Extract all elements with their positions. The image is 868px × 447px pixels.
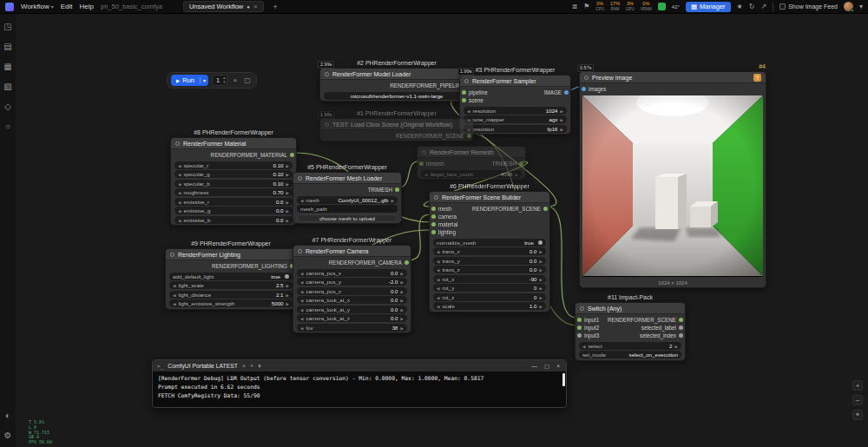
node-renderformer-lighting[interactable]: #9 PHRenderFormerWrapper RenderFormer Li… [165,248,297,310]
sidebar-gallery-icon[interactable]: ○ [5,122,10,131]
batch-count-stepper[interactable]: 1 ▴▾ [212,75,227,86]
widget-rot-y[interactable]: rot_y0 [433,284,546,292]
tab-close-icon[interactable]: × [253,3,258,10]
zoom-in-button[interactable]: + [852,380,863,391]
history-icon[interactable]: ↻ [749,3,755,10]
manager-button[interactable]: ▦Manager [686,2,731,12]
widget-tone-mapper[interactable]: tone_mapperagx [464,115,567,123]
widget-light-distance[interactable]: light_distance2.1 [169,291,293,299]
input-dot[interactable] [419,161,424,166]
output-slot-trimesh[interactable]: TRIMESH [492,161,523,167]
tab-unsaved-workflow[interactable]: Unsaved Workflow ● × [183,1,264,12]
output-dot[interactable] [543,207,548,211]
widget-trans-x[interactable]: trans_x0.0 [433,247,546,255]
output-dot[interactable] [395,187,399,192]
widget-light-emissive-strength[interactable]: light_emissive_strength5000 [169,299,293,307]
collapse-icon[interactable] [298,249,302,253]
user-avatar[interactable] [844,2,853,11]
output-slot-image[interactable]: IMAGE [544,89,569,95]
node-preview-image[interactable]: #4 0.57s Preview Image? images [579,71,766,288]
widget-camera-look-at-z[interactable]: camera_look_at_z0.0 [297,314,407,322]
terminal-titlebar[interactable]: >_ ComfyUI Portable LATEST × + ▾ — ▢ × [153,360,566,371]
node-header[interactable]: RenderFormer Mesh Loader [293,173,401,184]
widget-model-combo[interactable]: microsoft/renderformer-v1.1-swin-large [324,92,470,100]
input-slot-mesh[interactable]: mesh [431,206,451,212]
collapse-icon[interactable] [434,195,438,200]
output-dot[interactable] [679,325,683,330]
new-tab-button[interactable]: + [271,3,280,11]
widget-fov[interactable]: fov38 [297,324,407,332]
window-minimize-icon[interactable]: — [532,363,538,370]
window-close-icon[interactable]: × [556,363,560,370]
widget-camera-pos-z[interactable]: camera_pos_z0.0 [297,287,407,295]
widget-scale[interactable]: scale1.0 [433,302,546,310]
checkbox-icon[interactable] [779,3,786,10]
input-slot-scene[interactable]: scene [462,97,483,103]
widget-normalize-mesh[interactable]: normalize_meshtrue [433,239,546,247]
input-dot[interactable] [462,98,466,102]
terminal-window[interactable]: >_ ComfyUI Portable LATEST × + ▾ — ▢ × [… [152,359,567,408]
output-slot-trimesh[interactable]: TRIMESH [368,187,399,193]
output-slot-scene[interactable]: RENDERFORMER_SCENE [608,317,683,323]
collapse-icon[interactable] [325,122,329,127]
widget-add-default-light[interactable]: add_default_lighttrue [169,273,293,280]
output-dot[interactable] [519,161,523,166]
output-slot-scene[interactable]: RENDERFORMER_SCENE [472,206,548,212]
widget-specular-r[interactable]: specular_r0.10 [174,161,293,169]
widget-mesh-combo[interactable]: meshComfyUI_00012_.glb [297,196,398,204]
widget-camera-look-at-y[interactable]: camera_look_at_y0.0 [297,306,407,313]
sidebar-node-templates-icon[interactable]: ▤ [3,43,11,51]
queue-icon[interactable]: ≣ [572,3,578,10]
terminal-new-tab-icon[interactable]: + [250,363,253,369]
node-renderformer-sampler[interactable]: #3 PHRenderFormerWrapper 1.99s RenderFor… [459,75,571,135]
node-switch-any[interactable]: #11 Impact-Pack Switch (Any) input1 REND… [575,302,686,361]
cancel-run-button[interactable]: × [231,76,239,84]
widget-light-scale[interactable]: light_scale2.5 [169,281,293,289]
widget-camera-pos-y[interactable]: camera_pos_y-2.0 [297,278,407,286]
show-image-feed-toggle[interactable]: Show Image Feed [779,3,838,10]
input-dot[interactable] [431,214,436,219]
widget-resolution[interactable]: resolution1024 [464,107,567,115]
terminal-tab-close-icon[interactable]: × [242,363,246,369]
output-slot-selected-index[interactable]: selected_index [640,332,683,339]
collapse-icon[interactable] [170,253,174,257]
input-slot-images[interactable]: images [582,86,606,92]
choose-mesh-upload-button[interactable]: choose mesh to upload [297,214,398,222]
settings-gear-icon[interactable]: ⚙ [4,431,12,440]
share-icon[interactable]: ↗ [760,3,766,10]
collapse-icon[interactable] [298,176,302,181]
widget-emissive-g[interactable]: emissive_g0.0 [174,207,293,214]
node-renderformer-camera[interactable]: #7 PHRenderFormerWrapper RenderFormer Ca… [293,245,411,333]
input-slot-camera[interactable]: camera [431,214,457,220]
node-renderformer-mesh-loader[interactable]: #5 PHRenderFormerWrapper RenderFormer Me… [293,172,402,224]
window-maximize-icon[interactable]: ▢ [544,363,549,370]
collapse-icon[interactable] [580,306,584,311]
collapse-icon[interactable] [325,72,329,76]
output-slot-camera[interactable]: RENDERFORMER_CAMERA [329,260,409,266]
collapse-icon[interactable] [175,141,180,146]
sidebar-custom-nodes-icon[interactable]: ◇ [4,102,11,111]
menu-edit[interactable]: Edit [61,3,73,10]
node-header[interactable]: Preview Image? [580,72,766,83]
node-renderformer-material[interactable]: #8 PHRenderFormerWrapper RenderFormer Ma… [170,137,297,226]
input-dot[interactable] [577,318,582,322]
output-slot-selected-label[interactable]: selected_label [641,325,683,331]
collapse-icon[interactable] [584,76,589,80]
node-header[interactable]: TEST: Load Cbox Scene (Original Workflow… [320,119,473,130]
node-header[interactable]: RenderFormer Camera [293,246,411,257]
input-dot[interactable] [431,207,436,211]
input-slot-material[interactable]: material [431,221,457,227]
clear-queue-button[interactable]: ▢ [242,76,253,84]
node-renderformer-model-loader[interactable]: #2 PHRenderFormerWrapper 2.99s RenderFor… [319,68,474,102]
sidebar-model-library-icon[interactable]: ▦ [3,62,11,71]
input-dot[interactable] [577,325,582,330]
node-header[interactable]: Switch (Any) [575,303,685,314]
widget-trans-z[interactable]: trans_z0.0 [433,266,546,273]
widget-camera-look-at-x[interactable]: camera_look_at_x0.0 [297,296,407,304]
node-header[interactable]: RenderFormer Lighting [166,249,296,260]
star-icon[interactable]: ★ [737,3,743,10]
node-help-badge[interactable]: ? [753,74,761,82]
widget-camera-pos-x[interactable]: camera_pos_x0.0 [297,269,407,277]
output-slot-scene[interactable]: RENDERFORMER_SCENE [396,133,471,139]
widget-emissive-b[interactable]: emissive_b0.0 [174,216,293,224]
